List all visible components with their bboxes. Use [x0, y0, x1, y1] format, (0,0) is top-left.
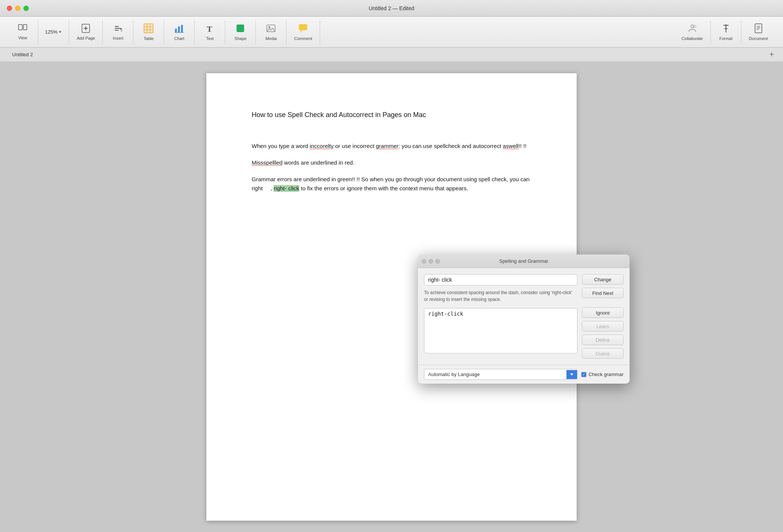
table-label: Table — [144, 36, 153, 41]
table-button[interactable]: Table — [137, 21, 160, 43]
find-next-button[interactable]: Find Next — [582, 288, 624, 298]
error-text-container: To achieve consistent spacing around the… — [424, 274, 577, 304]
format-button[interactable]: Format — [715, 21, 737, 43]
svg-rect-23 — [299, 24, 307, 30]
insert-icon: ¶ — [113, 24, 122, 34]
toolbar-group-text: T Text — [195, 20, 225, 44]
define-button[interactable]: Define — [582, 335, 624, 345]
shape-icon — [235, 23, 245, 35]
svg-rect-20 — [237, 25, 244, 32]
svg-rect-30 — [755, 24, 762, 33]
doc-tab[interactable]: Untitled 2 — [6, 49, 39, 60]
dialog-min-btn[interactable] — [429, 259, 433, 264]
paragraph-2: Missspellled words are underlined in red… — [252, 158, 531, 167]
dialog-footer: Automatic by Language ✓ Check grammar — [418, 365, 630, 384]
para1-mid2: : you can use spellcheck and autocorrect — [399, 143, 503, 149]
zoom-button[interactable]: 125% ▼ — [42, 24, 65, 40]
add-page-button[interactable]: Add Page — [73, 22, 99, 43]
chart-button[interactable]: Chart — [168, 21, 190, 43]
toolbar-group-document: Document — [741, 20, 775, 44]
insert-label: Insert — [113, 36, 124, 40]
shape-button[interactable]: Shape — [229, 21, 252, 43]
dialog-left-panel: To achieve consistent spacing around the… — [424, 274, 577, 359]
shape-label: Shape — [235, 36, 247, 41]
language-text: Automatic by Language — [424, 369, 566, 379]
svg-point-25 — [691, 25, 694, 28]
svg-text:¶: ¶ — [120, 28, 122, 32]
document-icon — [754, 23, 763, 35]
comment-label: Comment — [294, 36, 312, 41]
dialog-traffic-lights — [422, 259, 440, 264]
toolbar-group-view: View — [8, 20, 38, 44]
collaborate-icon — [687, 23, 697, 35]
toolbar: View 125% ▼ Add Page ¶ Insert — [0, 17, 783, 48]
title-bar: Untitled 2 — Edited — [0, 0, 783, 17]
toolbar-group-media: Media — [256, 20, 286, 44]
svg-marker-24 — [300, 30, 302, 32]
language-selector[interactable]: Automatic by Language — [424, 369, 577, 380]
error-text-input[interactable] — [424, 274, 577, 285]
guess-button[interactable]: Guess — [582, 348, 624, 359]
grammar-error-word: right- click — [274, 185, 299, 191]
minimize-button[interactable] — [15, 6, 20, 11]
paragraph-3: Grammar errors are underlined in green!!… — [252, 175, 531, 193]
document-page: How to use Spell Check and Autocorrect i… — [206, 73, 577, 521]
spelling-grammar-dialog: Spelling and Grammar To achieve consiste… — [418, 254, 630, 384]
maximize-button[interactable] — [23, 6, 29, 11]
language-arrow-icon — [566, 370, 577, 379]
svg-rect-21 — [267, 25, 275, 32]
toolbar-group-shape: Shape — [225, 20, 256, 44]
chart-icon — [174, 23, 184, 35]
dialog-body: To achieve consistent spacing around the… — [418, 268, 630, 365]
add-tab-button[interactable]: + — [766, 50, 777, 59]
svg-rect-1 — [23, 25, 27, 30]
comment-icon — [298, 23, 308, 35]
text-button[interactable]: T Text — [198, 21, 221, 43]
svg-rect-16 — [178, 26, 180, 32]
view-icon — [18, 24, 27, 34]
text-icon: T — [205, 23, 215, 35]
document-title: How to use Spell Check and Autocorrect i… — [252, 111, 531, 119]
collaborate-label: Collaborate — [682, 36, 703, 41]
paragraph-1: When you type a word inccorelty or use i… — [252, 142, 531, 151]
svg-marker-34 — [570, 373, 573, 376]
document-button[interactable]: Document — [745, 21, 772, 43]
misspelled-word-1: inccorelty — [309, 143, 333, 149]
close-button[interactable] — [7, 6, 12, 11]
svg-text:T: T — [207, 24, 212, 33]
toolbar-group-format: Format — [711, 20, 741, 44]
media-button[interactable]: Media — [260, 21, 282, 43]
format-icon — [721, 23, 731, 35]
tab-bar: Untitled 2 + — [0, 48, 783, 62]
toolbar-group-collaborate: Collaborate — [674, 20, 711, 44]
traffic-lights — [7, 6, 29, 11]
svg-point-22 — [269, 26, 271, 28]
check-grammar-label: Check grammar — [589, 372, 624, 377]
svg-rect-17 — [181, 25, 183, 32]
main-area: How to use Spell Check and Autocorrect i… — [0, 62, 783, 532]
learn-button[interactable]: Learn — [582, 321, 624, 332]
grammar-message: To achieve consistent spacing around the… — [424, 288, 577, 304]
toolbar-group-addpage: Add Page — [69, 20, 103, 44]
document-scroll-area[interactable]: How to use Spell Check and Autocorrect i… — [0, 62, 783, 532]
text-label: Text — [206, 36, 214, 41]
dialog-max-btn[interactable] — [435, 259, 440, 264]
para1-mid1: or use incorrect — [334, 143, 376, 149]
suggestion-textarea[interactable]: right-click — [424, 308, 577, 353]
view-label: View — [18, 35, 27, 40]
svg-rect-0 — [19, 25, 22, 30]
change-button[interactable]: Change — [582, 274, 624, 285]
toolbar-group-insert: ¶ Insert — [103, 20, 133, 44]
insert-button[interactable]: ¶ Insert — [107, 22, 129, 43]
ignore-button[interactable]: Ignore — [582, 307, 624, 318]
collaborate-button[interactable]: Collaborate — [678, 21, 707, 43]
check-grammar-checkbox[interactable]: ✓ — [581, 372, 586, 377]
zoom-arrow-icon: ▼ — [58, 30, 62, 34]
document-label: Document — [749, 36, 768, 41]
dialog-close-btn[interactable] — [422, 259, 426, 264]
zoom-value: 125% — [45, 29, 57, 35]
window-title: Untitled 2 — Edited — [369, 5, 415, 11]
media-icon — [266, 23, 276, 35]
view-button[interactable]: View — [11, 22, 34, 42]
comment-button[interactable]: Comment — [290, 21, 316, 43]
